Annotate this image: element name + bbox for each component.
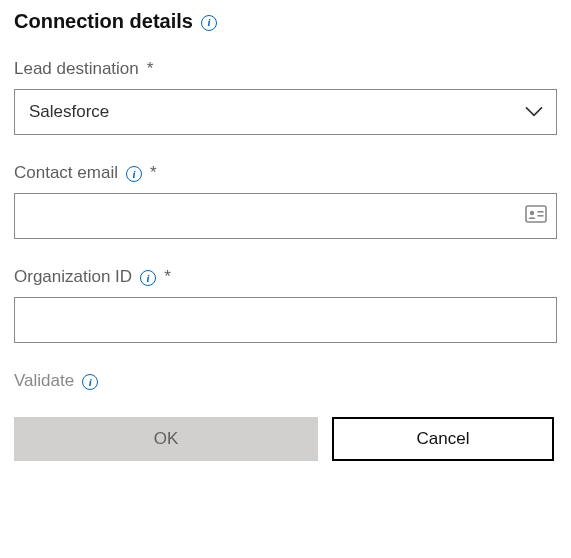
required-marker: *: [150, 163, 157, 183]
lead-destination-label: Lead destination *: [14, 59, 557, 79]
select-value: Salesforce: [29, 102, 109, 122]
contact-email-input[interactable]: [14, 193, 557, 239]
svg-rect-2: [538, 211, 544, 213]
contact-email-label: Contact email i *: [14, 163, 557, 183]
validate-row: Validate i: [14, 371, 557, 391]
label-text: Contact email: [14, 163, 118, 183]
contact-email-group: Contact email i *: [14, 163, 557, 239]
lead-destination-select[interactable]: Salesforce: [14, 89, 557, 135]
label-text: Organization ID: [14, 267, 132, 287]
ok-button[interactable]: OK: [14, 417, 318, 461]
button-row: OK Cancel: [14, 417, 557, 461]
lead-destination-group: Lead destination * Salesforce: [14, 59, 557, 135]
info-icon[interactable]: i: [140, 270, 156, 286]
chevron-down-icon: [524, 105, 544, 117]
svg-rect-0: [526, 206, 546, 222]
contact-card-icon: [525, 205, 547, 227]
cancel-button[interactable]: Cancel: [332, 417, 554, 461]
required-marker: *: [147, 59, 154, 79]
svg-point-1: [530, 211, 534, 215]
organization-id-label: Organization ID i *: [14, 267, 557, 287]
organization-id-input[interactable]: [14, 297, 557, 343]
contact-email-input-wrap: [14, 193, 557, 239]
info-icon[interactable]: i: [126, 166, 142, 182]
organization-id-input-wrap: [14, 297, 557, 343]
svg-rect-3: [538, 215, 544, 217]
info-icon[interactable]: i: [82, 374, 98, 390]
required-marker: *: [164, 267, 171, 287]
organization-id-group: Organization ID i *: [14, 267, 557, 343]
info-icon[interactable]: i: [201, 15, 217, 31]
validate-label: Validate: [14, 371, 74, 391]
page-title: Connection details: [14, 10, 193, 33]
label-text: Lead destination: [14, 59, 139, 79]
page-header: Connection details i: [14, 10, 557, 33]
